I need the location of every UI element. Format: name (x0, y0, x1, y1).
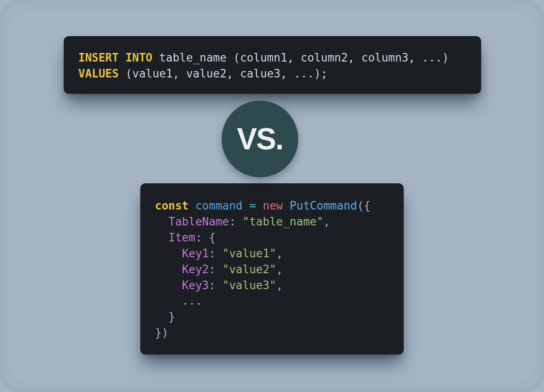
kw-new: new (263, 199, 283, 212)
op-eq: = (249, 199, 256, 212)
kw-into: INTO (126, 51, 153, 64)
ident-command: command (195, 199, 243, 212)
kw-const: const (155, 199, 189, 212)
js-code: const command = new PutCommand({ TableNa… (155, 198, 389, 341)
open-obj: { (209, 231, 216, 244)
close-obj: } (168, 310, 175, 323)
sql-table: table_name (159, 51, 227, 64)
comparison-canvas: INSERT INTO table_name (column1, column2… (0, 0, 544, 392)
prop-key1: Key1 (182, 247, 209, 260)
close-call: }) (155, 326, 168, 339)
sql-vals: (value1, value2, calue3, ...); (126, 67, 328, 80)
kw-insert: INSERT (78, 51, 119, 64)
kw-values: VALUES (78, 67, 119, 80)
vs-label: VS. (237, 122, 283, 156)
code-block-sql: INSERT INTO table_name (column1, column2… (64, 36, 481, 94)
vs-badge: VS. (222, 101, 298, 177)
str-val3: "value3" (223, 279, 276, 292)
prop-table: TableName (168, 215, 229, 228)
code-block-js: const command = new PutCommand({ TableNa… (140, 183, 404, 355)
str-val1: "value1" (223, 247, 276, 260)
str-table: "table_name" (243, 215, 324, 228)
prop-key2: Key2 (182, 263, 209, 276)
class-put: PutCommand (290, 199, 357, 212)
prop-item: Item (168, 231, 195, 244)
sql-cols: (column1, column2, column3, ...) (233, 51, 449, 64)
prop-key3: Key3 (182, 279, 209, 292)
str-val2: "value2" (223, 263, 276, 276)
sql-code: INSERT INTO table_name (column1, column2… (78, 50, 467, 82)
open-call: ({ (357, 199, 371, 212)
ellipsis: ... (182, 294, 202, 307)
